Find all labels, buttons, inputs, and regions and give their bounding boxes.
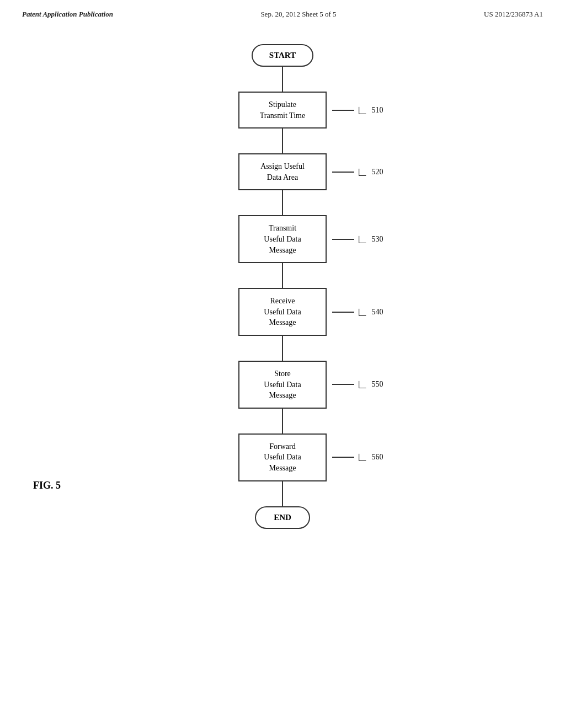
figure-label: FIG. 5 <box>33 480 61 491</box>
step-510-number: 510 <box>372 106 383 115</box>
connector-4 <box>282 263 283 288</box>
step-550-line <box>332 384 354 385</box>
step-550-row: StoreUseful DataMessage ∟ 550 <box>238 361 327 409</box>
step-520-label: ∟ 520 <box>332 166 383 178</box>
step-550-label: ∟ 550 <box>332 378 383 390</box>
step-540-row: ReceiveUseful DataMessage ∟ 540 <box>238 288 327 336</box>
step-560-row: ForwardUseful DataMessage ∟ 560 <box>238 433 327 481</box>
step-510-text: StipulateTransmit Time <box>260 100 305 120</box>
step-540-number: 540 <box>372 308 383 317</box>
step-540-bracket: ∟ <box>356 306 369 318</box>
step-550-bracket: ∟ <box>356 378 369 390</box>
step-560-text: ForwardUseful DataMessage <box>264 442 301 472</box>
step-520-box: Assign UsefulData Area <box>238 153 327 190</box>
connector-2 <box>282 129 283 153</box>
step-530-bracket: ∟ <box>356 233 369 245</box>
step-520-line <box>332 172 354 173</box>
step-560-bracket: ∟ <box>356 451 369 463</box>
step-520-row: Assign UsefulData Area ∟ 520 <box>238 153 327 190</box>
step-510-bracket: ∟ <box>356 104 369 116</box>
step-540-text: ReceiveUseful DataMessage <box>264 297 301 326</box>
step-510-line <box>332 110 354 111</box>
step-530-label: ∟ 530 <box>332 233 383 245</box>
step-530-row: TransmitUseful DataMessage ∟ 530 <box>238 215 327 263</box>
start-oval: START <box>252 44 313 67</box>
end-node: END <box>255 506 310 529</box>
step-550-text: StoreUseful DataMessage <box>264 370 301 399</box>
step-550-number: 550 <box>372 380 383 389</box>
start-node: START <box>252 44 313 67</box>
step-520-number: 520 <box>372 168 383 176</box>
connector-1 <box>282 67 283 92</box>
header-left: Patent Application Publication <box>22 10 113 19</box>
connector-5 <box>282 336 283 361</box>
connector-3 <box>282 190 283 215</box>
step-520-bracket: ∟ <box>356 166 369 178</box>
connector-7 <box>282 481 283 506</box>
step-560-number: 560 <box>372 453 383 462</box>
connector-6 <box>282 409 283 433</box>
step-540-label: ∟ 540 <box>332 306 383 318</box>
step-560-line <box>332 457 354 458</box>
step-530-box: TransmitUseful DataMessage <box>238 215 327 263</box>
step-530-line <box>332 239 354 240</box>
header-center: Sep. 20, 2012 Sheet 5 of 5 <box>260 10 336 19</box>
step-530-number: 530 <box>372 235 383 244</box>
header-right: US 2012/236873 A1 <box>484 10 543 19</box>
step-560-label: ∟ 560 <box>332 451 383 463</box>
step-540-box: ReceiveUseful DataMessage <box>238 288 327 336</box>
step-510-row: StipulateTransmit Time ∟ 510 <box>238 92 327 129</box>
step-520-text: Assign UsefulData Area <box>260 162 305 181</box>
step-550-box: StoreUseful DataMessage <box>238 361 327 409</box>
step-560-box: ForwardUseful DataMessage <box>238 433 327 481</box>
step-530-text: TransmitUseful DataMessage <box>264 224 301 254</box>
page-header: Patent Application Publication Sep. 20, … <box>0 0 565 19</box>
flowchart-diagram: START StipulateTransmit Time ∟ 510 Assig… <box>0 44 565 529</box>
end-oval: END <box>255 506 310 529</box>
step-510-box: StipulateTransmit Time <box>238 92 327 129</box>
step-540-line <box>332 312 354 313</box>
step-510-label: ∟ 510 <box>332 104 383 116</box>
